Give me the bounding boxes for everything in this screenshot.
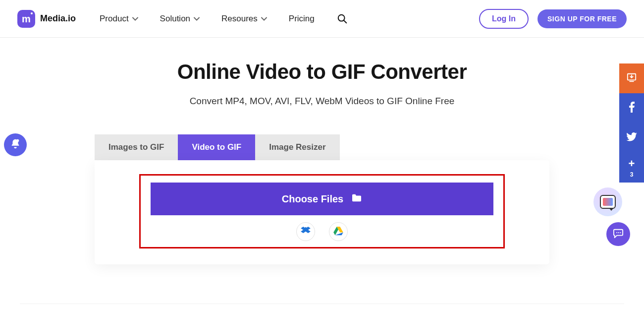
tab-images-to-gif[interactable]: Images to GIF xyxy=(95,134,178,160)
twitter-share-button[interactable] xyxy=(619,123,644,153)
nav-product[interactable]: Product xyxy=(100,14,138,24)
svg-line-1 xyxy=(344,20,346,23)
cloud-sources xyxy=(151,222,493,241)
nav-resources-label: Resoures xyxy=(221,14,258,24)
logo-icon: m xyxy=(17,10,35,28)
tab-image-resizer[interactable]: Image Resizer xyxy=(255,134,339,160)
svg-point-10 xyxy=(620,232,621,233)
brand-name: Media.io xyxy=(40,13,76,24)
facebook-icon xyxy=(629,102,635,115)
facebook-share-button[interactable] xyxy=(619,93,644,123)
signup-button[interactable]: SIGN UP FOR FREE xyxy=(537,9,627,28)
main: Online Video to GIF Converter Convert MP… xyxy=(0,38,644,264)
footer-divider xyxy=(20,304,624,304)
feedback-button[interactable] xyxy=(593,187,622,216)
page-subtitle: Convert MP4, MOV, AVI, FLV, WebM Videos … xyxy=(0,96,644,107)
nav-solution-label: Solution xyxy=(160,14,190,24)
choose-files-label: Choose Files xyxy=(282,193,343,205)
login-button[interactable]: Log In xyxy=(479,9,529,29)
choose-files-button[interactable]: Choose Files xyxy=(151,183,493,215)
folder-icon xyxy=(351,193,362,205)
page-title: Online Video to GIF Converter xyxy=(0,60,644,84)
google-drive-button[interactable] xyxy=(329,222,348,241)
svg-point-5 xyxy=(16,139,19,142)
nav-resources[interactable]: Resoures xyxy=(221,14,267,24)
tool-panel: Images to GIF Video to GIF Image Resizer… xyxy=(95,134,549,264)
twitter-icon xyxy=(626,132,637,143)
chat-icon xyxy=(613,228,624,240)
more-share-button[interactable]: + 3 xyxy=(619,153,644,183)
upload-panel: Choose Files xyxy=(95,160,549,264)
svg-point-9 xyxy=(618,232,619,233)
bell-icon xyxy=(10,138,21,151)
share-rail: + 3 xyxy=(619,63,644,183)
nav-pricing-label: Pricing xyxy=(289,14,315,24)
svg-point-8 xyxy=(616,232,617,233)
primary-nav: Product Solution Resoures Pricing xyxy=(100,14,315,24)
highlight-box: Choose Files xyxy=(139,174,505,248)
share-count: 3 xyxy=(630,171,634,178)
nav-solution[interactable]: Solution xyxy=(160,14,200,24)
nav-product-label: Product xyxy=(100,14,129,24)
download-icon xyxy=(626,72,637,84)
feedback-icon xyxy=(600,195,616,209)
dropbox-button[interactable] xyxy=(296,222,315,241)
search-icon[interactable] xyxy=(336,13,348,25)
chevron-down-icon xyxy=(194,16,200,22)
tab-video-to-gif[interactable]: Video to GIF xyxy=(178,134,255,160)
nav-pricing[interactable]: Pricing xyxy=(289,14,315,24)
chevron-down-icon xyxy=(132,16,138,22)
google-drive-icon xyxy=(333,227,343,237)
chat-button[interactable] xyxy=(606,222,630,246)
notifications-button[interactable] xyxy=(4,133,27,156)
dropbox-icon xyxy=(301,227,311,237)
tabs: Images to GIF Video to GIF Image Resizer xyxy=(95,134,549,160)
plus-icon: + xyxy=(629,157,635,170)
logo[interactable]: m Media.io xyxy=(17,10,76,28)
chevron-down-icon xyxy=(261,16,267,22)
header: m Media.io Product Solution Resoures Pri… xyxy=(0,0,644,38)
download-button[interactable] xyxy=(619,63,644,93)
